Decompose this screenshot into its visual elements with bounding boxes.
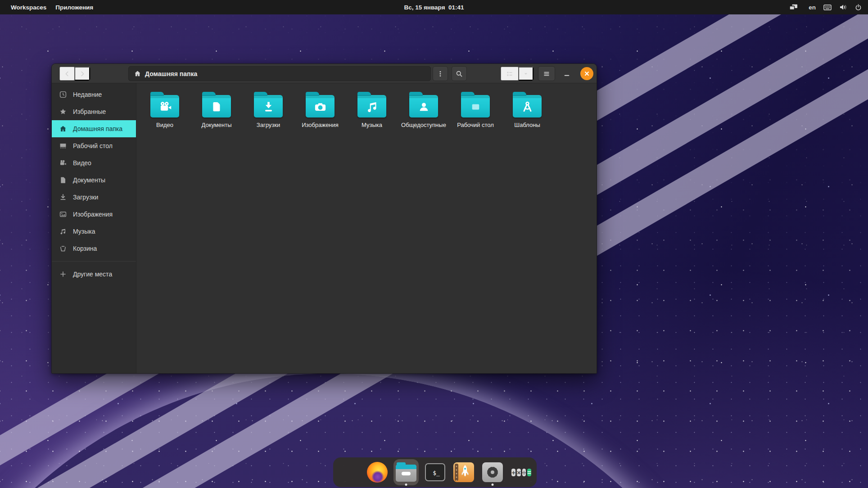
- sidebar-item-label: Недавние: [73, 91, 102, 98]
- keyboard-icon: [823, 5, 832, 10]
- dock-item-terminal[interactable]: $_: [420, 457, 449, 487]
- current-location-label: Домашняя папка: [145, 70, 197, 77]
- sidebar-item-label: Рабочий стол: [73, 142, 113, 149]
- sidebar-item-star[interactable]: Избранные: [52, 103, 136, 120]
- dock-item-files[interactable]: [392, 457, 420, 487]
- running-indicator: [405, 483, 407, 486]
- running-indicator: [492, 483, 494, 486]
- view-mode-button[interactable]: [501, 67, 519, 81]
- sidebar-item-desktop[interactable]: Рабочий стол: [52, 137, 136, 154]
- folder-icon: [357, 95, 386, 117]
- files-icon: [396, 465, 416, 482]
- navigation-buttons: [59, 66, 90, 81]
- dock-item-firefox[interactable]: [363, 457, 392, 487]
- home-icon: [134, 70, 141, 77]
- chevron-right-icon: [79, 70, 86, 77]
- sidebar-item-label: Документы: [73, 176, 105, 184]
- folder-video-camera[interactable]: Видео: [141, 92, 188, 128]
- hamburger-icon: [543, 70, 550, 77]
- back-button[interactable]: [59, 67, 75, 81]
- folder-person[interactable]: Общедоступные: [400, 92, 447, 128]
- sidebar-item-label: Музыка: [73, 228, 95, 235]
- dock: $_+×÷=: [333, 457, 537, 487]
- terminal-icon: $_: [425, 463, 445, 481]
- chevron-left-icon: [63, 70, 71, 77]
- close-button[interactable]: [580, 67, 593, 80]
- minimize-icon: [563, 70, 570, 77]
- trash-icon: [59, 245, 67, 252]
- sidebar-item-trash[interactable]: Корзина: [52, 240, 136, 257]
- forward-button[interactable]: [75, 67, 90, 81]
- folder-icon: [306, 95, 335, 117]
- dock-item-installer[interactable]: [449, 457, 478, 487]
- view-toggle-group: [500, 66, 534, 81]
- app-grid-icon: [339, 463, 358, 482]
- firefox-icon: [367, 462, 388, 483]
- folder-label: Видео: [156, 122, 173, 128]
- folder-label: Шаблоны: [514, 122, 540, 128]
- location-menu-button[interactable]: [433, 66, 448, 81]
- search-icon: [456, 70, 463, 77]
- folder-camera[interactable]: Изображения: [297, 92, 344, 128]
- person-icon: [409, 96, 438, 117]
- sidebar-item-image[interactable]: Изображения: [52, 206, 136, 223]
- hamburger-menu-button[interactable]: [538, 66, 555, 81]
- sidebar-item-document[interactable]: Документы: [52, 172, 136, 189]
- sidebar-item-other-places[interactable]: Другие места: [52, 266, 136, 283]
- workspaces-menu[interactable]: Workspaces: [6, 4, 51, 11]
- calculator-icon: +×÷=: [511, 462, 531, 482]
- folder-label: Изображения: [302, 122, 339, 128]
- desktop-icon: [59, 142, 67, 149]
- file-manager-window: Домашняя папка: [51, 63, 597, 374]
- screen-share-icon: [789, 4, 798, 10]
- dock-item-settings[interactable]: [478, 457, 507, 487]
- compass-icon: [513, 96, 542, 117]
- sidebar-item-label: Изображения: [73, 211, 113, 218]
- minimize-button[interactable]: [559, 66, 575, 81]
- caret-down-icon: [523, 71, 529, 77]
- view-options-dropdown[interactable]: [519, 67, 533, 81]
- sidebar-item-music[interactable]: Музыка: [52, 223, 136, 240]
- folder-compass[interactable]: Шаблоны: [504, 92, 551, 128]
- path-bar[interactable]: Домашняя папка: [128, 66, 431, 81]
- camera-icon: [306, 96, 335, 117]
- dots-vertical-icon: [437, 70, 444, 77]
- home-icon: [59, 125, 67, 132]
- volume-icon: [839, 4, 847, 11]
- sidebar-item-label: Другие места: [73, 271, 112, 278]
- folder-document-page[interactable]: Документы: [193, 92, 240, 128]
- folder-label: Рабочий стол: [457, 122, 494, 128]
- folder-screen[interactable]: Рабочий стол: [452, 92, 499, 128]
- settings-gear-icon: [482, 462, 503, 482]
- keyboard-layout-indicator[interactable]: en: [809, 4, 816, 11]
- folder-icon: [409, 95, 438, 117]
- dock-item-show-applications[interactable]: [334, 457, 363, 487]
- clock-icon: [59, 91, 67, 98]
- clock-menu[interactable]: Вс, 15 января 01:41: [404, 4, 464, 11]
- sidebar-item-download[interactable]: Загрузки: [52, 189, 136, 206]
- star-icon: [59, 108, 67, 115]
- folder-label: Музыка: [362, 122, 382, 128]
- download-arrow-icon: [254, 96, 283, 117]
- titlebar[interactable]: Домашняя папка: [52, 64, 597, 83]
- sidebar-item-clock[interactable]: Недавние: [52, 86, 136, 103]
- image-icon: [59, 211, 67, 218]
- folder-label: Документы: [201, 122, 231, 128]
- system-status-area[interactable]: en: [789, 4, 862, 11]
- sidebar-item-video[interactable]: Видео: [52, 154, 136, 172]
- rocket-icon: [453, 462, 474, 482]
- files-view[interactable]: ВидеоДокументыЗагрузкиИзображенияМузыкаО…: [137, 83, 597, 373]
- power-icon: [855, 4, 862, 11]
- folder-download-arrow[interactable]: Загрузки: [245, 92, 292, 128]
- folder-label: Общедоступные: [401, 122, 446, 128]
- document-page-icon: [202, 96, 231, 117]
- folder-icon: [150, 95, 179, 117]
- music-icon: [59, 228, 67, 235]
- folder-music-note[interactable]: Музыка: [348, 92, 395, 128]
- sidebar-item-home[interactable]: Домашняя папка: [52, 120, 136, 137]
- dock-item-calculator[interactable]: +×÷=: [507, 457, 536, 487]
- search-button[interactable]: [452, 66, 467, 81]
- sidebar-item-label: Видео: [73, 159, 91, 167]
- applications-menu[interactable]: Приложения: [51, 4, 98, 11]
- folder-icon: [202, 95, 231, 117]
